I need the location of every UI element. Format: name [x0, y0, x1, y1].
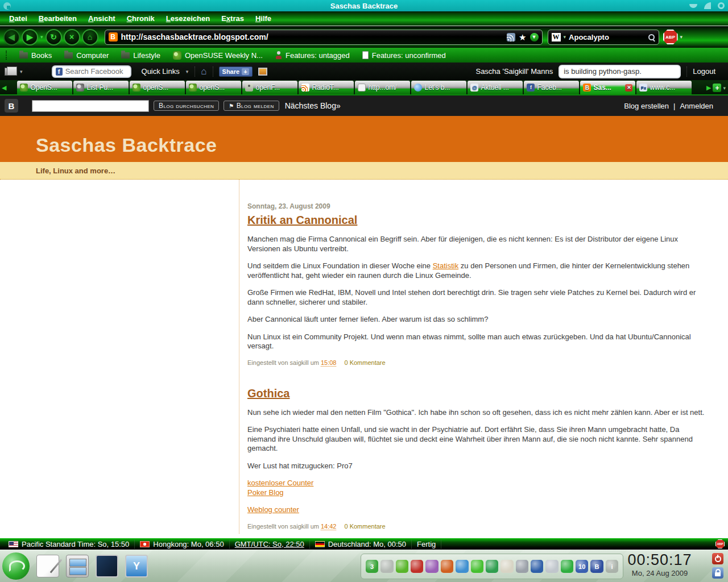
- bookmark-item[interactable]: Lifestyle: [117, 51, 165, 60]
- tab-aktuell[interactable]: @Aktuell ...: [468, 81, 523, 94]
- url-text[interactable]: http://saschasbacktrace.blogspot.com/: [121, 32, 504, 41]
- desktop-icon[interactable]: [96, 555, 118, 577]
- post-inline-link[interactable]: Weblog counter: [247, 505, 299, 514]
- close-button[interactable]: [718, 2, 725, 9]
- quick-links-dropdown-icon[interactable]: ▾: [186, 69, 189, 74]
- history-dropdown-icon[interactable]: ▾: [40, 34, 43, 40]
- bookmark-item[interactable]: Books: [15, 51, 56, 60]
- post-inline-link[interactable]: Poker Blog: [247, 488, 284, 497]
- search-input[interactable]: Apocalypto: [569, 33, 645, 41]
- post-inline-link[interactable]: Statistik: [433, 261, 459, 270]
- tab-httpom[interactable]: http...om/: [355, 81, 410, 94]
- statusbar-adblock[interactable]: ABP: [715, 539, 725, 548]
- file-cabinet-icon[interactable]: [66, 555, 89, 577]
- flag-blog-button[interactable]: ⚑ Blog melden: [224, 101, 279, 111]
- url-bar[interactable]: B http://saschasbacktrace.blogspot.com/ …: [105, 30, 543, 45]
- photo-icon[interactable]: [258, 68, 267, 76]
- facebook-menu-dropdown-icon[interactable]: ▾: [20, 69, 23, 74]
- post-title-link[interactable]: Gothica: [247, 387, 289, 400]
- rss-feed-icon[interactable]: [507, 33, 515, 41]
- download-manager-icon[interactable]: [486, 560, 498, 573]
- bookmark-item[interactable]: Features: unconfirmed: [358, 51, 450, 60]
- volume-icon[interactable]: [380, 560, 393, 573]
- blog-title[interactable]: Saschas Backtrace: [36, 134, 217, 156]
- statusbar-item[interactable]: GMT/UTC: So, 22:50: [230, 540, 310, 548]
- blogger-logo-icon[interactable]: B: [5, 99, 18, 113]
- post-comments-link[interactable]: 0 Kommentare: [344, 523, 385, 530]
- reload-button[interactable]: ↻: [46, 29, 62, 45]
- share-button[interactable]: Share +: [219, 66, 253, 77]
- toolbar-grip[interactable]: [6, 51, 8, 60]
- power-manager-icon[interactable]: [425, 560, 438, 573]
- forward-button[interactable]: ▶: [22, 29, 38, 45]
- bookmark-item[interactable]: Features: untagged: [271, 51, 354, 60]
- stop-button[interactable]: ×: [64, 29, 80, 45]
- tab-close-icon[interactable]: ✕: [625, 84, 632, 92]
- tab-wwwc[interactable]: Fxwww.c...: [636, 81, 692, 94]
- back-button[interactable]: ◀: [3, 29, 20, 45]
- wikipedia-engine-icon[interactable]: W: [552, 33, 561, 41]
- messenger-icon[interactable]: [456, 560, 468, 573]
- minimize-button[interactable]: [689, 4, 697, 8]
- post-comments-link[interactable]: 0 Kommentare: [344, 359, 385, 366]
- menu-ansicht[interactable]: Ansicht: [84, 13, 120, 24]
- engine-dropdown-icon[interactable]: ▾: [564, 34, 566, 40]
- create-blog-link[interactable]: Blog erstellen: [624, 102, 669, 110]
- home-button[interactable]: ⌂: [82, 29, 98, 45]
- clock[interactable]: 00:50:17 Mo, 24 Aug 2009: [614, 551, 705, 577]
- facebook-home-icon[interactable]: ⌂: [201, 66, 206, 76]
- new-tab-button[interactable]: +: [713, 84, 721, 92]
- menu-lesezeichen[interactable]: Lesezeichen: [162, 13, 214, 24]
- torrent-icon[interactable]: 10: [576, 560, 588, 573]
- organizer-icon[interactable]: [396, 560, 408, 573]
- mic-pin-icon[interactable]: [516, 560, 528, 573]
- bookmark-star-icon[interactable]: ★: [519, 33, 526, 41]
- tab-scroll-left-icon[interactable]: ◀: [1, 84, 8, 94]
- blog-search-input[interactable]: [32, 100, 149, 112]
- tab-sas[interactable]: BSas...✕: [580, 81, 635, 94]
- search-go-icon[interactable]: [648, 34, 655, 41]
- menu-datei[interactable]: Datei: [5, 13, 32, 24]
- post-inline-link[interactable]: kostenloser Counter: [247, 479, 313, 487]
- menu-hilfe[interactable]: Hilfe: [251, 13, 276, 24]
- tab-listpu[interactable]: List Pu...: [73, 81, 129, 94]
- clipboard-icon[interactable]: [500, 560, 513, 573]
- sign-in-link[interactable]: Anmelden: [680, 102, 713, 110]
- text-editor-icon[interactable]: [36, 555, 59, 577]
- quick-links-menu[interactable]: Quick Links: [142, 67, 180, 76]
- tab-letsb[interactable]: Let's b...: [411, 81, 466, 94]
- skype-icon[interactable]: [471, 560, 483, 573]
- menu-bearbeiten[interactable]: Bearbeiten: [34, 13, 81, 24]
- globe-icon[interactable]: [561, 560, 573, 573]
- blog-search-button[interactable]: Blog durchsuchen: [154, 101, 219, 111]
- maximize-button[interactable]: [704, 2, 711, 9]
- media-player-icon[interactable]: [411, 560, 423, 573]
- tab-opens[interactable]: openS...: [186, 81, 241, 94]
- bookmark-item[interactable]: Computer: [60, 51, 113, 60]
- tab-radiot[interactable]: RadioT...: [299, 81, 354, 94]
- timer-icon[interactable]: [545, 560, 558, 573]
- adblock-status-icon[interactable]: ABP: [715, 539, 725, 548]
- menu-chronik[interactable]: Chronik: [122, 13, 159, 24]
- tab-opens[interactable]: openS...: [130, 81, 185, 94]
- usb-device-icon[interactable]: Y: [125, 555, 148, 577]
- facebook-search-box[interactable]: f: [52, 65, 131, 78]
- bookmark-item[interactable]: OpenSUSE Weekly N...: [168, 51, 267, 60]
- power-button[interactable]: [712, 553, 723, 564]
- facebook-status-input[interactable]: [559, 65, 681, 78]
- network-icon[interactable]: [531, 560, 543, 573]
- update-notifier-icon[interactable]: 3: [366, 560, 378, 573]
- lock-button[interactable]: [712, 567, 723, 579]
- post-title-link[interactable]: Kritik an Cannonical: [247, 214, 357, 227]
- suse-menu-button[interactable]: [2, 552, 30, 580]
- post-time-link[interactable]: 14:42: [321, 523, 337, 530]
- search-bar[interactable]: W ▾ Apocalypto: [548, 30, 659, 45]
- tab-scroll-right-icon[interactable]: ▶: [706, 84, 711, 92]
- tab-openf[interactable]: openF...: [242, 81, 297, 94]
- go-arrow-icon[interactable]: ▼: [530, 33, 539, 41]
- tab-opens[interactable]: OpenS...: [17, 81, 72, 94]
- facebook-menu-icon[interactable]: [5, 68, 14, 76]
- browser-swirl-icon[interactable]: [441, 560, 453, 573]
- adblock-icon[interactable]: ABP: [663, 30, 678, 44]
- tab-faceb[interactable]: fFaceb...: [524, 81, 579, 94]
